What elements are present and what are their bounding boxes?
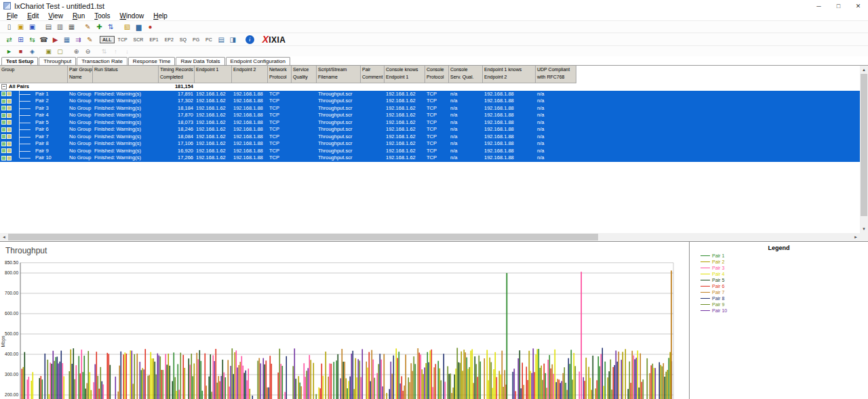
print-preview-icon[interactable]: ▥ xyxy=(54,22,66,32)
move-pair-down-icon[interactable]: ↓ xyxy=(121,47,133,56)
cell-timing_records: 17,106 xyxy=(159,140,195,148)
filter-tcp[interactable]: TCP xyxy=(115,36,130,43)
menu-window[interactable]: Window xyxy=(115,12,149,20)
move-pair-up-icon[interactable]: ↑ xyxy=(110,47,121,56)
all-pairs-row[interactable]: −All Pairs181,154 xyxy=(0,83,868,91)
tab-throughput[interactable]: Throughput xyxy=(39,57,76,65)
scroll-up-icon[interactable]: ▲ xyxy=(860,66,868,74)
info-icon[interactable]: i xyxy=(245,35,254,44)
export-results-icon[interactable]: ▧ xyxy=(121,22,133,32)
table-vertical-scrollbar[interactable]: ▲ ▼ xyxy=(860,66,868,233)
filter-pc[interactable]: PC xyxy=(203,36,215,43)
filter-all[interactable]: ALL xyxy=(100,36,115,43)
view-options-icon[interactable]: ▤ xyxy=(216,35,227,45)
menu-help[interactable]: Help xyxy=(149,12,172,20)
add-multicast-group-icon[interactable]: ⇉ xyxy=(73,35,84,45)
tab-endpoint-configuration[interactable]: Endpoint Configuration xyxy=(226,57,290,65)
column-header-timing_records[interactable]: Timing RecordsCompleted xyxy=(159,66,195,83)
menu-edit[interactable]: Edit xyxy=(22,12,43,20)
add-voip-pair-icon[interactable]: ☎ xyxy=(38,35,50,45)
column-header-console_knows_e1[interactable]: Console knowsEndpoint 1 xyxy=(384,66,425,83)
swap-endpoints-icon[interactable]: ⇆ xyxy=(26,35,38,45)
column-header-pair_group_name[interactable]: Pair GroupName xyxy=(68,66,93,83)
menu-view[interactable]: View xyxy=(43,12,68,20)
edit-pair-icon[interactable]: ✎ xyxy=(84,35,96,45)
poll-endpoints-icon[interactable]: ◈ xyxy=(26,47,38,56)
column-header-endpoint2[interactable]: Endpoint 2 xyxy=(232,66,268,83)
report-icon[interactable]: ▦ xyxy=(66,22,77,32)
pair-row-6[interactable]: Pair 6No GroupFinished: Warning(s)18,246… xyxy=(0,126,868,133)
column-header-network_protocol[interactable]: NetworkProtocol xyxy=(268,66,292,83)
menu-file[interactable]: File xyxy=(2,12,22,20)
edit-icon[interactable]: ✎ xyxy=(82,22,94,32)
close-button[interactable]: ✕ xyxy=(848,0,868,12)
add-endpoint-pair-icon[interactable]: ⇄ xyxy=(3,35,15,45)
add-hardware-pair-icon[interactable]: ▦ xyxy=(61,35,73,45)
vertical-scroll-thumb[interactable] xyxy=(861,74,867,216)
collapse-groups-icon[interactable]: ⊖ xyxy=(82,47,94,56)
column-header-run_status[interactable]: Run Status xyxy=(93,66,159,83)
tab-transaction-rate[interactable]: Transaction Rate xyxy=(77,57,127,65)
tab-response-time[interactable]: Response Time xyxy=(128,57,176,65)
filter-sq[interactable]: SQ xyxy=(177,36,189,43)
chart-bar xyxy=(103,384,104,399)
cell-timing_records: 17,870 xyxy=(159,112,195,119)
scroll-down-icon[interactable]: ▼ xyxy=(860,225,868,233)
pair-row-9[interactable]: Pair 9No GroupFinished: Warning(s)16,920… xyxy=(0,148,868,155)
new-test-icon[interactable]: ▯ xyxy=(3,22,15,32)
save-test-icon[interactable]: ▣ xyxy=(26,22,38,32)
column-header-console_serv_qual[interactable]: ConsoleServ. Qual. xyxy=(449,66,483,83)
filter-scr[interactable]: SCR xyxy=(131,36,146,43)
table-horizontal-scrollbar[interactable]: ◄ ► xyxy=(0,233,860,241)
add-pair-icon[interactable]: ✚ xyxy=(94,22,105,32)
column-header-udp_compliant[interactable]: UDP Compliantwith RFC768 xyxy=(536,66,576,83)
pair-row-3[interactable]: Pair 3No GroupFinished: Warning(s)18,184… xyxy=(0,105,868,112)
horizontal-scroll-track[interactable] xyxy=(598,233,852,241)
filter-pg[interactable]: PG xyxy=(190,36,202,43)
open-test-icon[interactable]: ▣ xyxy=(15,22,26,32)
scroll-left-icon[interactable]: ◄ xyxy=(0,233,8,241)
sort-pairs-icon[interactable]: ⇅ xyxy=(98,47,110,56)
replicate-pair-icon[interactable]: ⊞ xyxy=(15,35,26,45)
minimize-button[interactable]: ─ xyxy=(809,0,829,12)
stop-test-icon[interactable]: ■ xyxy=(15,47,26,56)
horizontal-scroll-thumb[interactable] xyxy=(8,234,598,240)
scrollbar-corner xyxy=(860,233,868,241)
column-header-endpoint1[interactable]: Endpoint 1 xyxy=(195,66,232,83)
scroll-right-icon[interactable]: ► xyxy=(852,233,860,241)
run-test-icon[interactable]: ► xyxy=(3,47,15,56)
filter-ep2[interactable]: EP2 xyxy=(162,36,176,43)
column-header-pair_comment[interactable]: PairComment xyxy=(361,66,384,83)
pair-row-8[interactable]: Pair 8No GroupFinished: Warning(s)17,106… xyxy=(0,140,868,148)
expand-groups-icon[interactable]: ⊕ xyxy=(71,47,82,56)
maximize-button[interactable]: □ xyxy=(829,0,848,12)
pair-row-1[interactable]: Pair 1No GroupFinished: Warning(s)17,891… xyxy=(0,91,868,98)
tab-test-setup[interactable]: Test Setup xyxy=(1,57,38,65)
group-pairs-icon[interactable]: ▣ xyxy=(43,47,54,56)
pair-row-10[interactable]: Pair 10No GroupFinished: Warning(s)17,26… xyxy=(0,154,868,162)
column-header-console_protocol[interactable]: ConsoleProtocol xyxy=(425,66,449,83)
reorder-pairs-icon[interactable]: ⇅ xyxy=(105,22,117,32)
menu-run[interactable]: Run xyxy=(68,12,90,20)
snapshot-icon[interactable]: ◨ xyxy=(227,35,239,45)
chart-bar xyxy=(521,388,522,399)
menu-tools[interactable]: Tools xyxy=(90,12,115,20)
ungroup-pairs-icon[interactable]: ▢ xyxy=(54,47,66,56)
column-header-service_quality[interactable]: ServiceQuality xyxy=(292,66,317,83)
record-icon[interactable]: ● xyxy=(144,22,156,32)
chart-options-icon[interactable]: ▆ xyxy=(133,22,144,32)
print-icon[interactable]: ▤ xyxy=(43,22,54,32)
pair-row-7[interactable]: Pair 7No GroupFinished: Warning(s)18,084… xyxy=(0,133,868,141)
vertical-scroll-track[interactable] xyxy=(860,216,868,225)
collapse-all-pairs-icon[interactable]: − xyxy=(1,84,7,89)
pair-row-4[interactable]: Pair 4No GroupFinished: Warning(s)17,870… xyxy=(0,112,868,119)
tab-raw-data-totals[interactable]: Raw Data Totals xyxy=(176,57,224,65)
add-video-pair-icon[interactable]: ▶ xyxy=(50,35,61,45)
column-header-group[interactable]: Group xyxy=(0,66,68,83)
column-header-e1_knows_e2[interactable]: Endpoint 1 knowsEndpoint 2 xyxy=(483,66,536,83)
column-header-script_filename[interactable]: Script/StreamFilename xyxy=(317,66,361,83)
chart-bar xyxy=(201,361,202,399)
filter-ep1[interactable]: EP1 xyxy=(146,36,161,43)
pair-row-5[interactable]: Pair 5No GroupFinished: Warning(s)18,073… xyxy=(0,119,868,127)
pair-row-2[interactable]: Pair 2No GroupFinished: Warning(s)17,302… xyxy=(0,98,868,105)
